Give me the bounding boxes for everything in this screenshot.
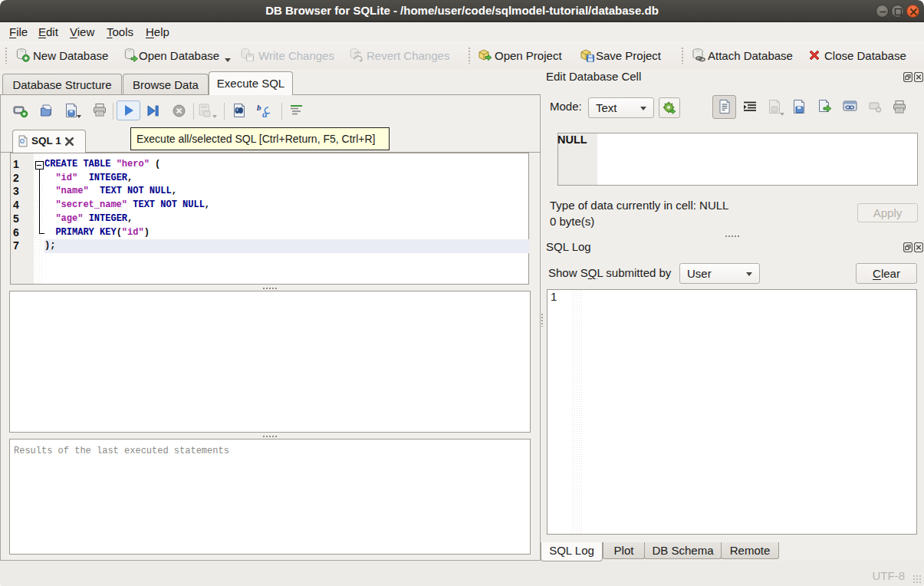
svg-text:b: b (257, 103, 261, 112)
